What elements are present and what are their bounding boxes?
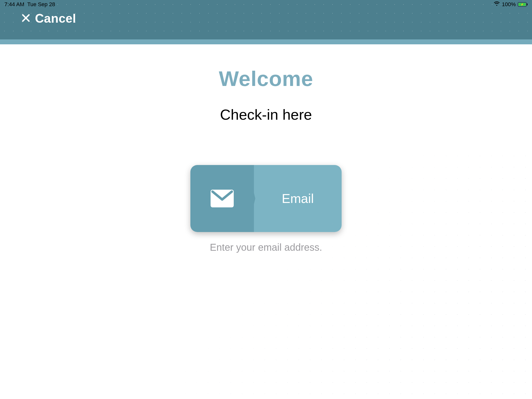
main-content: Welcome Check-in here Email Enter your e… xyxy=(0,44,532,399)
status-bar: 7:44 AM Tue Sep 28 100% ⚡ xyxy=(0,0,532,9)
cancel-button[interactable]: Cancel xyxy=(21,11,76,26)
page-subtitle: Check-in here xyxy=(220,106,312,123)
page-title: Welcome xyxy=(219,66,313,91)
email-hint: Enter your email address. xyxy=(210,242,322,253)
battery-icon: ⚡ xyxy=(518,2,528,7)
cancel-label: Cancel xyxy=(35,11,76,26)
wifi-icon xyxy=(494,1,500,8)
header-accent xyxy=(0,39,532,44)
status-date: Tue Sep 28 xyxy=(27,1,55,8)
email-icon-wrap xyxy=(190,165,254,232)
battery-percent: 100% xyxy=(502,1,516,8)
envelope-icon xyxy=(211,190,234,207)
close-icon xyxy=(21,11,31,26)
status-time: 7:44 AM xyxy=(4,1,24,8)
email-button[interactable]: Email xyxy=(190,165,342,232)
email-button-label: Email xyxy=(254,165,342,232)
